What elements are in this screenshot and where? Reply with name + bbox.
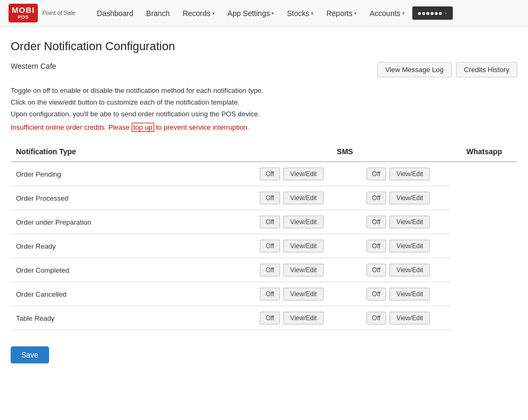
whatsapp-toggle-cell: Off View/Edit [345, 186, 451, 210]
top-up-link[interactable]: top up [132, 123, 154, 132]
whatsapp-toggle-cell: Off View/Edit [345, 210, 451, 234]
accounts-caret-icon: ▾ [402, 11, 405, 16]
nav-app-settings[interactable]: App Settings ▾ [222, 6, 279, 21]
nav-branch[interactable]: Branch [141, 6, 175, 21]
cafe-name: Western Cafe [11, 62, 56, 70]
sms-off-toggle[interactable]: Off [260, 240, 280, 252]
sms-toggle-group: Off View/Edit [244, 264, 340, 276]
sms-toggle-cell: Off View/Edit [239, 258, 345, 282]
whatsapp-off-toggle[interactable]: Off [366, 240, 387, 252]
sms-toggle-group: Off View/Edit [244, 168, 340, 180]
whatsapp-toggle-group: Off View/Edit [350, 240, 446, 252]
sms-view-edit-button[interactable]: View/Edit [283, 288, 324, 300]
top-buttons: View Message Log Credits History [377, 62, 517, 77]
whatsapp-off-toggle[interactable]: Off [366, 168, 387, 180]
notification-type-cell: Order Ready [11, 234, 239, 258]
whatsapp-toggle-group: Off View/Edit [350, 312, 446, 324]
sms-view-edit-button[interactable]: View/Edit [283, 240, 324, 252]
whatsapp-toggle-group: Off View/Edit [350, 216, 446, 228]
reports-caret-icon: ▾ [354, 11, 357, 16]
description-line3: Upon configuration, you'll be abe to sen… [11, 108, 517, 120]
notification-type-cell: Order Processed [11, 186, 239, 210]
sms-toggle-cell: Off View/Edit [239, 234, 345, 258]
whatsapp-toggle-cell: Off View/Edit [345, 282, 451, 306]
description-line1: Toggle on off to enable or disable the n… [11, 85, 517, 97]
whatsapp-toggle-cell: Off View/Edit [345, 234, 451, 258]
sms-toggle-group: Off View/Edit [244, 216, 340, 228]
sms-toggle-group: Off View/Edit [244, 240, 340, 252]
alert-text: Insufficient online order credits. Pleas… [11, 123, 517, 131]
sms-off-toggle[interactable]: Off [260, 168, 280, 180]
col-sms: SMS [239, 142, 451, 162]
brand-pos: POS [18, 15, 29, 20]
top-row: Western Cafe View Message Log Credits Hi… [11, 62, 517, 77]
sms-off-toggle[interactable]: Off [260, 288, 280, 300]
sms-off-toggle[interactable]: Off [260, 192, 280, 204]
whatsapp-view-edit-button[interactable]: View/Edit [389, 216, 430, 228]
app-settings-caret-icon: ▾ [271, 11, 274, 16]
alert-suffix: to prevent service interruption. [156, 123, 249, 131]
sms-view-edit-button[interactable]: View/Edit [283, 264, 324, 276]
whatsapp-off-toggle[interactable]: Off [366, 264, 387, 276]
whatsapp-off-toggle[interactable]: Off [366, 216, 387, 228]
whatsapp-view-edit-button[interactable]: View/Edit [389, 192, 430, 204]
nav-accounts[interactable]: Accounts ▾ [364, 6, 410, 21]
description-line2: Click on the view/edit button to customi… [11, 97, 517, 108]
sms-view-edit-button[interactable]: View/Edit [283, 216, 324, 228]
whatsapp-view-edit-button[interactable]: View/Edit [389, 168, 430, 180]
sms-toggle-group: Off View/Edit [244, 312, 340, 324]
notification-table: Notification Type SMS Whatsapp Order Pen… [11, 142, 517, 330]
col-whatsapp: Whatsapp [451, 142, 517, 162]
notification-type-cell: Order Completed [11, 258, 239, 282]
sms-view-edit-button[interactable]: View/Edit [283, 192, 324, 204]
sms-toggle-group: Off View/Edit [244, 288, 340, 300]
brand-logo-link[interactable]: MOBI POS Point of Sale [9, 4, 76, 22]
nav-dashboard[interactable]: Dashboard [92, 6, 139, 21]
main-content: Order Notification Configuration Western… [0, 27, 528, 376]
whatsapp-toggle-group: Off View/Edit [350, 288, 446, 300]
sms-off-toggle[interactable]: Off [260, 216, 280, 228]
table-row: Order Completed Off View/Edit Off View/E… [11, 258, 517, 282]
navbar: MOBI POS Point of Sale Dashboard Branch … [0, 0, 528, 27]
save-button[interactable]: Save [11, 346, 49, 363]
nav-links: Dashboard Branch Records ▾ App Settings … [92, 6, 519, 21]
whatsapp-view-edit-button[interactable]: View/Edit [389, 288, 430, 300]
sms-off-toggle[interactable]: Off [260, 312, 280, 324]
nav-stocks[interactable]: Stocks ▾ [282, 6, 319, 21]
brand-tagline: Point of Sale [42, 10, 75, 16]
whatsapp-off-toggle[interactable]: Off [366, 192, 387, 204]
whatsapp-view-edit-button[interactable]: View/Edit [389, 312, 430, 324]
sms-toggle-cell: Off View/Edit [239, 282, 345, 306]
credits-history-button[interactable]: Credits History [456, 62, 517, 77]
nav-user[interactable]: ●●●●●● ▾ [412, 6, 453, 20]
sms-view-edit-button[interactable]: View/Edit [283, 168, 324, 180]
whatsapp-off-toggle[interactable]: Off [366, 312, 387, 324]
whatsapp-view-edit-button[interactable]: View/Edit [389, 264, 430, 276]
table-header-row: Notification Type SMS Whatsapp [11, 142, 517, 162]
description: Toggle on off to enable or disable the n… [11, 85, 517, 120]
table-row: Order Pending Off View/Edit Off View/Edi… [11, 162, 517, 186]
brand-mobi: MOBI [12, 6, 35, 15]
nav-reports[interactable]: Reports ▾ [321, 6, 362, 21]
table-row: Order Cancelled Off View/Edit Off View/E… [11, 282, 517, 306]
sms-off-toggle[interactable]: Off [260, 264, 280, 276]
whatsapp-toggle-cell: Off View/Edit [345, 162, 451, 186]
table-row: Order Ready Off View/Edit Off View/Edit [11, 234, 517, 258]
view-message-log-button[interactable]: View Message Log [377, 62, 452, 77]
sms-view-edit-button[interactable]: View/Edit [283, 312, 324, 324]
nav-records[interactable]: Records ▾ [177, 6, 220, 21]
notification-type-cell: Order Pending [11, 162, 239, 186]
table-row: Order Processed Off View/Edit Off View/E… [11, 186, 517, 210]
sms-toggle-group: Off View/Edit [244, 192, 340, 204]
whatsapp-toggle-cell: Off View/Edit [345, 306, 451, 330]
table-row: Table Ready Off View/Edit Off View/Edit [11, 306, 517, 330]
sms-toggle-cell: Off View/Edit [239, 306, 345, 330]
whatsapp-view-edit-button[interactable]: View/Edit [389, 240, 430, 252]
whatsapp-off-toggle[interactable]: Off [366, 288, 387, 300]
stocks-caret-icon: ▾ [311, 11, 314, 16]
sms-toggle-cell: Off View/Edit [239, 210, 345, 234]
notification-type-cell: Order Cancelled [11, 282, 239, 306]
user-caret-icon: ▾ [445, 11, 447, 16]
sms-toggle-cell: Off View/Edit [239, 162, 345, 186]
records-caret-icon: ▾ [212, 11, 215, 16]
